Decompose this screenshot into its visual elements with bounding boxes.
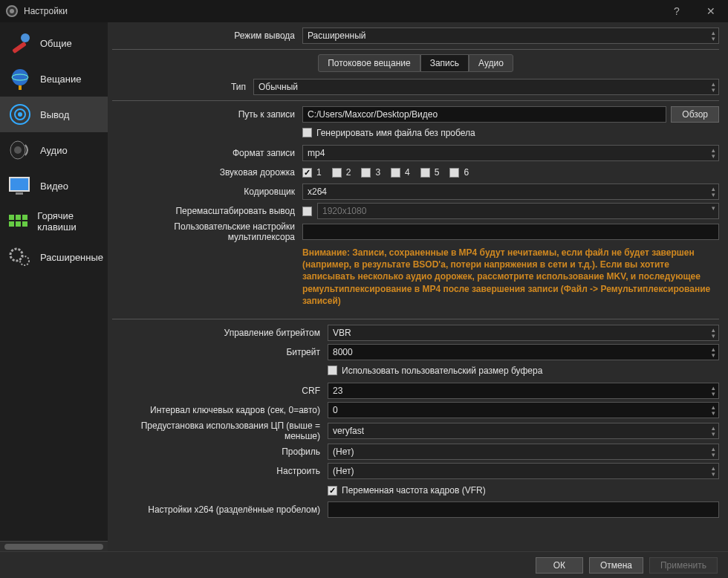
gen-filename-checkbox[interactable]: Генерировать имя файла без пробела — [302, 128, 475, 138]
svg-rect-15 — [9, 221, 14, 227]
svg-point-2 — [12, 69, 28, 85]
label-tune: Настроить — [112, 466, 328, 476]
broadcast-icon — [6, 100, 34, 129]
label-type: Тип — [112, 82, 253, 92]
tune-select[interactable]: (Нет)▴▾ — [328, 463, 719, 479]
sidebar-item-label: Горячие клавиши — [37, 210, 108, 233]
track-2-checkbox[interactable]: 2 — [332, 167, 351, 178]
label-bitrate: Битрейт — [112, 347, 328, 357]
cancel-button[interactable]: Отмена — [589, 557, 643, 574]
profile-select[interactable]: (Нет)▴▾ — [328, 444, 719, 460]
track-4-checkbox[interactable]: 4 — [391, 167, 410, 178]
divider — [112, 100, 719, 101]
svg-point-9 — [14, 146, 22, 154]
mp4-warning: Внимание: Записи, сохраненные в MP4 буду… — [302, 244, 719, 314]
dialog-footer: ОК Отмена Применить — [0, 551, 728, 578]
tab-streaming[interactable]: Потоковое вещание — [318, 54, 420, 72]
sidebar-item-general[interactable]: Общие — [0, 25, 108, 61]
sidebar-item-label: Вывод — [40, 109, 69, 120]
svg-rect-17 — [22, 221, 27, 227]
tab-recording[interactable]: Запись — [420, 54, 469, 72]
label-output-mode: Режим вывода — [112, 30, 302, 41]
svg-rect-12 — [9, 215, 14, 220]
label-recording-path: Путь к записи — [112, 109, 302, 120]
svg-rect-14 — [22, 215, 27, 220]
monitor-icon — [6, 172, 34, 200]
svg-point-19 — [20, 256, 29, 265]
sidebar-item-label: Аудио — [40, 145, 68, 156]
content-area: Режим вывода Расширенный▴▾ Потоковое вещ… — [108, 22, 728, 551]
ok-button[interactable]: ОК — [536, 557, 583, 574]
track-5-checkbox[interactable]: 5 — [420, 167, 440, 178]
sidebar-item-advanced[interactable]: Расширенные — [0, 239, 108, 275]
label-x264opts: Настройки x264 (разделённые пробелом) — [112, 504, 328, 515]
rescale-checkbox[interactable] — [302, 207, 312, 216]
divider — [112, 49, 719, 50]
track-1-checkbox[interactable]: 1 — [302, 167, 322, 178]
recording-path-input[interactable]: C:/Users/Maxcor/Desktop/Видео — [302, 106, 666, 123]
encoder-select[interactable]: x264▴▾ — [302, 184, 719, 200]
globe-icon — [6, 65, 34, 93]
label-cpu-preset: Предустановка использования ЦП (выше = м… — [112, 420, 328, 441]
svg-rect-16 — [16, 221, 21, 227]
sidebar-item-output[interactable]: Вывод — [0, 97, 108, 132]
track-3-checkbox[interactable]: 3 — [361, 167, 380, 178]
sidebar-item-label: Видео — [40, 181, 68, 192]
sidebar-item-label: Общие — [40, 38, 72, 49]
label-muxer: Пользовательские настройки мультиплексор… — [112, 221, 302, 242]
label-profile: Профиль — [112, 447, 328, 457]
svg-rect-4 — [19, 85, 22, 90]
label-rescale: Перемасштабировать вывод — [112, 206, 302, 216]
label-crf: CRF — [112, 386, 328, 396]
help-button[interactable]: ? — [660, 0, 694, 22]
svg-rect-0 — [12, 42, 27, 53]
sidebar-item-audio[interactable]: Аудио — [0, 132, 108, 168]
label-audio-track: Звуковая дорожка — [112, 167, 302, 178]
custom-buffer-checkbox[interactable]: Использовать пользовательский размер буф… — [328, 366, 542, 376]
window-title: Настройки — [24, 6, 68, 16]
svg-point-7 — [18, 112, 22, 117]
label-rate-control: Управление битрейтом — [112, 328, 328, 338]
svg-rect-13 — [16, 215, 21, 220]
output-mode-select[interactable]: Расширенный▴▾ — [302, 27, 719, 44]
sidebar-scrollbar[interactable] — [0, 541, 108, 551]
tab-audio[interactable]: Аудио — [469, 54, 513, 72]
output-tabs: Потоковое вещание Запись Аудио — [112, 54, 719, 72]
label-encoder: Кодировщик — [112, 186, 302, 197]
speaker-icon — [6, 136, 34, 164]
close-button[interactable]: ✕ — [694, 0, 728, 22]
svg-point-1 — [21, 33, 30, 42]
rescale-select[interactable]: 1920x1080▾ — [317, 203, 719, 219]
track-6-checkbox[interactable]: 6 — [449, 167, 469, 178]
bitrate-input[interactable]: 8000▴▾ — [328, 344, 719, 360]
muxer-input[interactable] — [302, 224, 719, 240]
divider — [112, 319, 719, 319]
crf-input[interactable]: 23▴▾ — [328, 383, 719, 399]
format-select[interactable]: mp4▴▾ — [302, 145, 719, 161]
svg-rect-11 — [16, 192, 23, 195]
cpu-preset-select[interactable]: veryfast▴▾ — [328, 423, 719, 439]
vfr-checkbox[interactable]: Переменная частота кадров (VFR) — [328, 485, 486, 496]
audio-tracks: 1 2 3 4 5 6 — [302, 167, 719, 178]
type-select[interactable]: Обычный▴▾ — [253, 79, 719, 95]
app-icon — [6, 5, 18, 17]
gears-icon — [6, 243, 34, 271]
sidebar-item-stream[interactable]: Вещание — [0, 61, 108, 97]
keyboard-icon — [6, 207, 31, 236]
keyframe-input[interactable]: 0▴▾ — [328, 402, 719, 418]
label-format: Формат записи — [112, 148, 302, 158]
sidebar-item-label: Вещание — [40, 74, 82, 85]
x264opts-input[interactable] — [328, 501, 719, 518]
rate-control-select[interactable]: VBR▴▾ — [328, 325, 719, 341]
wrench-icon — [6, 29, 34, 57]
svg-rect-10 — [10, 178, 29, 191]
sidebar-item-hotkeys[interactable]: Горячие клавиши — [0, 204, 108, 239]
apply-button[interactable]: Применить — [649, 557, 718, 574]
sidebar-item-video[interactable]: Видео — [0, 168, 108, 204]
label-keyframe: Интервал ключевых кадров (сек, 0=авто) — [112, 405, 328, 415]
sidebar-item-label: Расширенные — [40, 252, 103, 263]
browse-button[interactable]: Обзор — [671, 106, 719, 123]
sidebar: Общие Вещание Вывод Аудио Видео Горячие … — [0, 22, 108, 551]
titlebar: Настройки ? ✕ — [0, 0, 728, 22]
